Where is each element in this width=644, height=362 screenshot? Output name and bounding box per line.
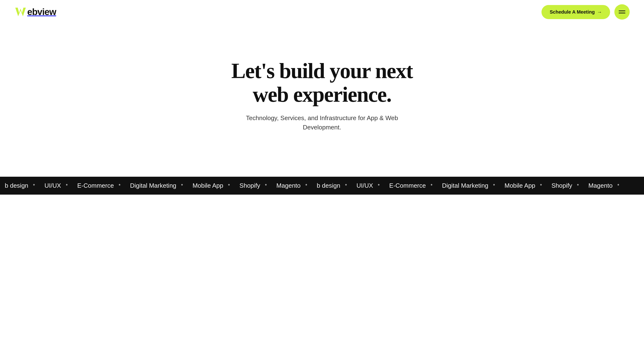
schedule-meeting-button[interactable]: Schedule A Meeting → [542,5,610,19]
ticker-item: Digital Marketing * [125,182,188,189]
star-icon: * [181,183,183,188]
ticker-item: Magento * [584,182,624,189]
star-icon: * [228,183,230,188]
ticker-item: Shopify * [547,182,584,189]
logo-icon [14,6,27,18]
ticker-item: UI/UX * [352,182,384,189]
star-icon: * [306,183,307,188]
star-icon: * [493,183,495,188]
ticker-track: b design * UI/UX * E-Commerce * Digital … [0,182,624,189]
star-icon: * [577,183,579,188]
star-icon: * [345,183,347,188]
hamburger-menu-button[interactable] [614,4,630,19]
hero-subtitle: Technology, Services, and Infrastructure… [226,113,418,132]
ticker-item: Shopify * [235,182,272,189]
arrow-icon: → [597,9,602,15]
star-icon: * [118,183,120,188]
svg-marker-0 [15,8,26,16]
menu-bar-2 [619,13,625,13]
ticker-item: Digital Marketing * [437,182,500,189]
schedule-meeting-label: Schedule A Meeting [550,9,595,15]
star-icon: * [540,183,542,188]
star-icon: * [617,183,619,188]
ticker-item: Mobile App * [500,182,546,189]
logo[interactable]: ebview [14,6,56,18]
ticker-item: E-Commerce * [72,182,125,189]
star-icon: * [265,183,267,188]
ticker-banner: b design * UI/UX * E-Commerce * Digital … [0,177,644,195]
ticker-item: E-Commerce * [384,182,437,189]
hero-section: Let's build your next web experience. Te… [0,24,644,177]
ticker-item: Magento * [272,182,312,189]
hero-title: Let's build your next web experience. [214,59,430,106]
header-right: Schedule A Meeting → [542,4,630,19]
ticker-item: b design * [312,182,352,189]
star-icon: * [430,183,432,188]
ticker-item: UI/UX * [40,182,72,189]
menu-bar-1 [619,10,625,11]
star-icon: * [66,183,68,188]
ticker-item: Mobile App * [188,182,235,189]
star-icon: * [33,183,35,188]
ticker-item: b design * [0,182,40,189]
star-icon: * [378,183,380,188]
logo-text: ebview [27,7,56,17]
header: ebview Schedule A Meeting → [0,0,644,24]
